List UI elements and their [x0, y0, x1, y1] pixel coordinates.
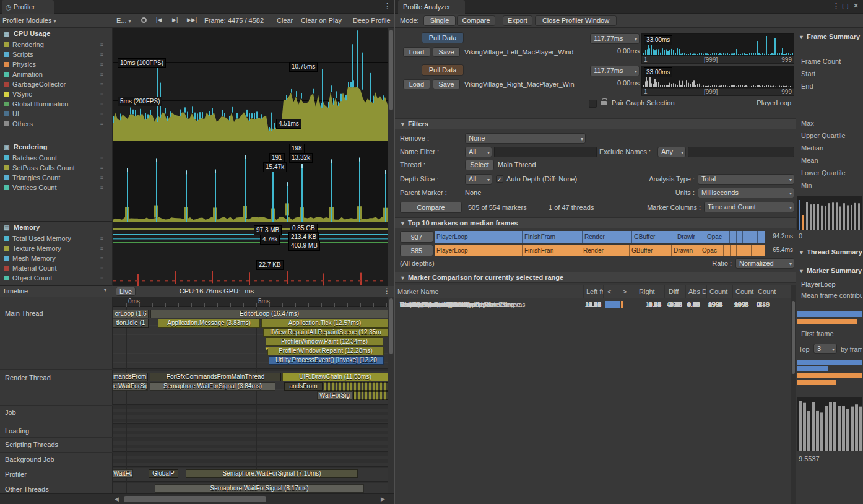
exclude-names-input[interactable]	[688, 147, 794, 157]
pair-graph-selection-checkbox[interactable]	[589, 100, 597, 108]
top10-segment[interactable]: Drawir	[675, 231, 705, 243]
module-series-item[interactable]: Scripts≡	[0, 50, 112, 59]
timeline-span[interactable]: e.WaitForSignal	[113, 382, 148, 391]
timeline-hscrollbar[interactable]: ◀ ▶	[0, 493, 394, 504]
analysis-type-dropdown[interactable]: Total	[698, 174, 794, 185]
timeline-span[interactable]	[324, 382, 388, 391]
export-button[interactable]: Export	[503, 15, 532, 26]
timeline-span[interactable]: ProfilerWindow.Repaint (12.28ms)	[267, 347, 384, 355]
top10-segment[interactable]	[742, 245, 747, 256]
marker-summary-header[interactable]: ▼Marker Summary	[799, 267, 863, 274]
top10-segment[interactable]: Opac	[700, 245, 724, 256]
table-header-cell[interactable]: Abs Diff	[686, 285, 707, 298]
thread-select-button[interactable]: Select	[465, 160, 494, 170]
top10-section-header[interactable]: ▼Top 10 markers on median frames	[395, 217, 796, 228]
module-series-item[interactable]: Rendering≡	[0, 40, 112, 50]
clear-on-play-button[interactable]: Clear on Play	[301, 17, 342, 24]
auto-depth-checkbox[interactable]: ✓	[496, 175, 503, 183]
window-menu-icon[interactable]: ⋮	[383, 1, 391, 11]
top-n-dropdown[interactable]: 3	[813, 344, 837, 354]
top10-segment[interactable]	[747, 245, 752, 256]
module-series-item[interactable]: Total Used Memory≡	[0, 233, 112, 243]
scroll-left-arrow-icon[interactable]: ◀	[115, 496, 119, 502]
top10-segment[interactable]	[724, 245, 731, 256]
frame-summary-histogram[interactable]	[797, 196, 862, 230]
table-header-cell[interactable]: Right	[636, 285, 665, 298]
thread-group-label[interactable]: Other Threads	[5, 485, 49, 493]
timeline-span[interactable]: IlView.RepaintAll.RepaintScene (12.35m	[263, 328, 388, 337]
top10-segment[interactable]: PlayerLoop	[435, 245, 523, 256]
module-series-item[interactable]: Material Count≡	[0, 263, 112, 273]
top10-right-frame-index[interactable]: 585	[400, 245, 433, 256]
timeline-view-dropdown[interactable]: Timeline ▾	[2, 287, 110, 295]
timeline-span[interactable]: GlobalP	[149, 469, 178, 478]
top10-segment[interactable]	[743, 231, 748, 243]
top10-segment[interactable]: Render	[583, 231, 632, 243]
timeline-span[interactable]: Application.Message (3.83ms)	[158, 319, 260, 328]
filters-section-header[interactable]: ▼Filters	[395, 118, 796, 129]
module-series-item[interactable]: Mesh Memory≡	[0, 253, 112, 263]
editor-target-dropdown[interactable]: E... ▾	[116, 16, 139, 26]
top10-segment[interactable]: Drawin	[672, 245, 700, 256]
module-header[interactable]: ▤Memory	[0, 222, 112, 233]
timeline-span[interactable]: EditorLoop (16.47ms)	[150, 310, 388, 318]
mode-single-button[interactable]: Single	[423, 15, 456, 26]
module-series-item[interactable]: Object Count≡	[0, 273, 112, 283]
timeline-span[interactable]: mandsFromM	[113, 373, 148, 381]
table-header-cell[interactable]: >	[620, 285, 636, 298]
top10-segment[interactable]: GBuffer	[630, 245, 672, 256]
timeline-span[interactable]: Semaphore.WaitForSignal (8.17ms)	[155, 484, 364, 493]
timeline-span[interactable]: tion.Idle (1	[113, 319, 149, 328]
mode-compare-button[interactable]: Compare	[457, 15, 495, 26]
timeline-ruler[interactable]: 0ms5ms	[113, 297, 388, 307]
top10-segment[interactable]: Render	[581, 245, 630, 256]
cpu-usage-chart-block[interactable]: 10ms (100FPS) 5ms (200FPS) 10.75ms 4.51m…	[113, 28, 388, 141]
clear-button[interactable]: Clear	[277, 17, 293, 24]
top10-segment[interactable]	[731, 245, 737, 256]
table-header-cell[interactable]: Marker Name	[395, 285, 584, 298]
timeline-span[interactable]: orLoop (1.6	[113, 310, 149, 318]
top10-left-bar[interactable]: PlayerLoopFinishFramRenderGBufferDrawirO…	[435, 231, 765, 243]
module-series-item[interactable]: Triangles Count≡	[0, 173, 112, 183]
timeline-span[interactable]: UIR.DrawChain (11.53ms)	[282, 373, 388, 381]
save-left-button[interactable]: Save	[433, 47, 460, 57]
top10-segment[interactable]: GBuffer	[632, 231, 675, 243]
frame-summary-header[interactable]: ▼Frame Summary	[799, 33, 863, 40]
ratio-dropdown[interactable]: Normalized	[735, 258, 794, 269]
module-header[interactable]: ▣Rendering	[0, 141, 112, 153]
close-profiler-window-button[interactable]: Close Profiler Window	[535, 15, 617, 26]
table-header-cell[interactable]: Diff	[666, 285, 686, 298]
module-header[interactable]: ▦CPU Usage	[0, 28, 112, 40]
table-header-cell[interactable]: Count	[755, 285, 791, 298]
deep-profile-button[interactable]: Deep Profile	[353, 17, 394, 24]
table-header-cell[interactable]: Count	[733, 285, 755, 298]
profiler-modules-dropdown[interactable]: Profiler Modules ▾	[2, 16, 95, 26]
depth-slice-dropdown[interactable]: All	[465, 174, 492, 185]
top10-segment[interactable]	[748, 231, 753, 243]
module-series-item[interactable]: UI≡	[0, 109, 112, 119]
prev-frame-button[interactable]: |◀	[156, 17, 162, 23]
module-series-item[interactable]: Global Illumination≡	[0, 99, 112, 109]
table-header-cell[interactable]: Count	[707, 285, 733, 298]
timeline-canvas[interactable]: orLoop (1.6EditorLoop (16.47ms)tion.Idle…	[113, 307, 388, 493]
maximize-icon[interactable]: ▢	[842, 2, 848, 10]
top10-segment[interactable]	[753, 231, 758, 243]
table-header-cell[interactable]: Left frame	[584, 285, 604, 298]
thread-group-label[interactable]: Loading	[5, 427, 29, 435]
top10-segment[interactable]	[737, 245, 742, 256]
pull-data-left-button[interactable]: Pull Data	[422, 32, 464, 43]
timeline-span[interactable]: Semaphore.WaitForSignal (7.10ms)	[186, 469, 358, 478]
memory-chart-block[interactable]: 97.3 MB 4.76k 0.85 GB 213.4 KB 403.9 MB …	[113, 222, 388, 286]
table-header-cell[interactable]: <	[605, 285, 620, 298]
module-series-item[interactable]: VSync≡	[0, 89, 112, 99]
thread-group-label[interactable]: Job	[5, 409, 16, 416]
load-right-button[interactable]: Load	[403, 79, 430, 89]
left-total-time-dropdown[interactable]: 117.77ms	[590, 33, 640, 44]
module-series-item[interactable]: Batches Count≡	[0, 153, 112, 163]
charts-scrollbar[interactable]	[388, 28, 394, 286]
pull-data-right-button[interactable]: Pull Data	[422, 64, 464, 76]
top10-right-bar[interactable]: PlayerLoopFinishFranRenderGBufferDrawinO…	[435, 245, 765, 256]
module-series-item[interactable]: Animation≡	[0, 69, 112, 79]
rendering-chart-block[interactable]: 198 191 13.32k 15.47k	[113, 141, 388, 222]
compare-button[interactable]: Compare	[400, 202, 462, 213]
